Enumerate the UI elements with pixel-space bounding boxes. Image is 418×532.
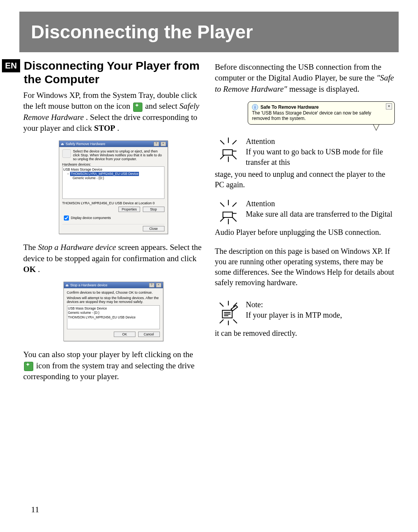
dialog-title-text: Stop a Hardware device [70,283,108,287]
svg-line-13 [220,303,224,306]
callout-title: Note: [246,299,342,310]
device-location-text: THOMSON LYRA_MPR2456_EU USB Device at Lo… [62,201,164,205]
paragraph-2: The Stop a Hardware device screen appear… [23,242,203,275]
text: message is displayed. [289,84,359,94]
close-button[interactable]: × [156,283,161,287]
language-tag: EN [2,59,20,72]
close-button[interactable]: × [161,142,166,146]
close-dialog-button[interactable]: Close [143,226,164,231]
callout-title: Attention [246,136,395,147]
text: . [117,123,119,133]
dialog-titlebar: ⏏ Safely Remove Hardware ? × [59,141,168,147]
help-button[interactable]: ? [149,283,154,287]
italic-text: Stop a Hardware device [38,243,116,252]
list-item-selected[interactable]: THOMSON LYRA_MPR2456_EU USB Device [70,172,139,176]
balloon-close-button[interactable]: × [386,103,392,109]
svg-line-8 [233,203,237,207]
list-item[interactable]: USB Mass Storage Device [63,168,163,172]
stop-hardware-dialog: ⏏ Stop a Hardware device ? × Confirm dev… [63,282,163,341]
text: icon from the system tray and selecting … [23,361,195,381]
balloon-title-text: Safe To Remove Hardware [260,104,319,110]
text: Before disconnecting the USB connection … [215,62,381,82]
properties-button[interactable]: Properties [118,207,140,212]
callout-2-continuation: Audio Player before unplugging the USB c… [215,227,395,238]
dialog-instruction-icon [62,149,71,158]
svg-line-7 [220,203,224,207]
paragraph-1: For Windows XP, from the System Tray, do… [23,90,203,133]
callout-1-continuation: stage, you need to unplug and connect th… [215,169,395,190]
list-item[interactable]: Generic volume - (D:) [63,176,163,180]
callout-text: Attention If you want to go back to USB … [246,136,395,168]
dialog-title-icon: ⏏ [61,142,64,146]
paragraph-right-1: Before disconnecting the USB connection … [215,62,395,94]
attention-callout-2: Attention Make sure all data are transfe… [215,198,395,226]
pencil-note-icon [215,299,242,327]
attention-callout-1: Attention If you want to go back to USB … [215,136,395,168]
help-button[interactable]: ? [154,142,159,146]
callout-text: Attention Make sure all data are transfe… [246,198,392,219]
callout-lead: If your player is in MTP mode, [246,311,342,319]
callout-lead: Make sure all data are transferred to th… [246,210,392,218]
right-column: Before disconnecting the USB connection … [215,59,395,389]
section-heading: Disconnecting Your Player from the Compu… [24,59,203,86]
hand-point-icon [215,198,242,226]
balloon-body: × i Safe To Remove Hardware The 'USB Mas… [248,101,395,125]
dialog-line1: Confirm devices to be stopped, Choose OK… [67,291,160,294]
os-note: The description on this page is based on… [215,246,395,288]
balloon-message: The 'USB Mass Storage Device' device can… [252,110,391,121]
dialog-body: Select the device you want to unplug or … [59,147,168,234]
section-heading-row: EN Disconnecting Your Player from the Co… [23,59,203,86]
cancel-button[interactable]: Cancel [138,332,160,337]
safely-remove-dialog: ⏏ Safely Remove Hardware ? × Select the … [59,140,168,234]
content-columns: EN Disconnecting Your Player from the Co… [23,59,395,389]
checkbox-input[interactable] [64,216,69,221]
stop-device-list[interactable]: USB Mass Storage Device Generic volume -… [67,305,160,329]
manual-page: Disconnecting the Player EN Disconnectin… [0,0,418,532]
hardware-devices-label: Hardware devices: [62,163,164,166]
ok-button[interactable]: OK [114,332,135,337]
callout-title: Attention [246,198,392,209]
svg-line-1 [220,140,224,145]
text: . [38,265,40,274]
dialog-title-icon: ⏏ [65,283,69,287]
balloon-title: i Safe To Remove Hardware [252,104,391,110]
svg-line-20 [220,320,224,323]
display-components-checkbox[interactable]: Display device components [62,214,164,222]
systray-eject-icon [24,362,33,371]
list-item[interactable]: Generic volume - (D:) [68,311,159,315]
text: You can also stop your player by left cl… [23,350,193,359]
left-column: EN Disconnecting Your Player from the Co… [23,59,203,389]
dialog-instruction-text: Select the device you want to unplug or … [73,149,164,161]
bold-text: STOP [94,123,115,133]
info-icon: i [252,104,258,110]
list-item[interactable]: THOMSON LYRA_MPR2456_EU USB Device [68,315,159,320]
callout-lead: If you want to go back to USB mode for f… [246,147,383,166]
safe-to-remove-balloon: × i Safe To Remove Hardware The 'USB Mas… [248,101,395,125]
svg-line-10 [220,217,224,222]
page-number: 11 [31,505,39,515]
dialog-body: Confirm devices to be stopped, Choose OK… [64,288,163,341]
text: The [23,243,38,252]
svg-line-2 [233,140,237,145]
svg-line-21 [233,320,237,323]
svg-line-4 [220,155,224,159]
callout-text: Note: If your player is in MTP mode, [246,299,342,320]
balloon-tail-icon [373,125,379,131]
paragraph-3: You can also stop your player by left cl… [23,349,203,382]
checkbox-label: Display device components [71,216,111,220]
dialog-title-text: Safely Remove Hardware [66,142,106,146]
bold-text: OK [23,265,36,274]
note-callout: Note: If your player is in MTP mode, [215,299,395,327]
stop-button[interactable]: Stop [143,207,164,212]
svg-line-5 [233,155,237,159]
list-item[interactable]: USB Mass Storage Device [68,306,159,311]
text: and select [145,101,180,111]
hand-point-icon [215,136,242,163]
dialog-line2: Windows will attempt to stop the followi… [67,296,160,304]
svg-line-11 [233,217,237,222]
note-continuation: it can be removed directly. [215,328,395,339]
systray-eject-icon [133,103,142,112]
hardware-device-list[interactable]: USB Mass Storage Device − THOMSON LYRA_M… [62,166,164,199]
page-title: Disconnecting the Player [19,12,399,52]
dialog-titlebar: ⏏ Stop a Hardware device ? × [64,282,163,288]
